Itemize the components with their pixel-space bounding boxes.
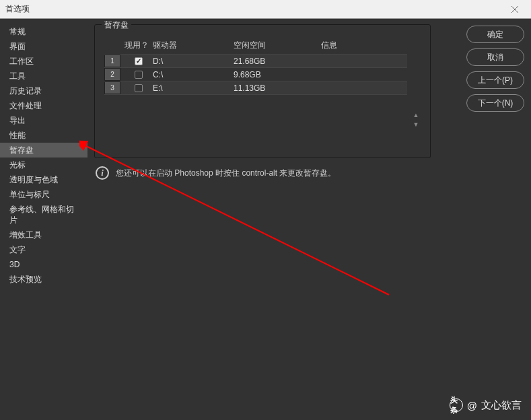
annotation-arrow [79, 140, 396, 302]
prev-button[interactable]: 上一个(P) [466, 71, 524, 89]
sidebar-item-8[interactable]: 暂存盘 [0, 143, 87, 158]
ok-button[interactable]: 确定 [466, 26, 524, 43]
sidebar-item-15[interactable]: 3D [0, 257, 87, 272]
watermark-at: @ [467, 400, 477, 411]
table-row[interactable]: 1D:\21.68GB [104, 54, 407, 67]
sidebar-item-11[interactable]: 单位与标尺 [0, 187, 87, 202]
close-icon [511, 6, 518, 13]
free-cell: 11.13GB [234, 83, 321, 93]
table-row[interactable]: 2C:\9.68GB [104, 67, 407, 81]
row-index: 1 [104, 55, 120, 67]
sidebar-item-4[interactable]: 历史记录 [0, 83, 87, 98]
drive-cell: E:\ [153, 83, 234, 93]
sidebar-item-16[interactable]: 技术预览 [0, 272, 87, 287]
dialog-buttons: 确定 取消 上一个(P) 下一个(N) [466, 26, 524, 112]
row-index: 3 [104, 81, 120, 94]
sidebar-item-12[interactable]: 参考线、网格和切片 [0, 202, 87, 228]
info-icon: i [96, 166, 109, 180]
sidebar-item-9[interactable]: 光标 [0, 158, 87, 172]
hint-row: i 您还可以在启动 Photoshop 时按住 control-alt 来更改暂… [94, 166, 524, 180]
active-checkbox[interactable] [135, 84, 143, 92]
active-checkbox[interactable] [135, 71, 143, 79]
header-drive: 驱动器 [153, 40, 234, 51]
sidebar-item-0[interactable]: 常规 [0, 24, 87, 39]
table-header: 现用？ 驱动器 空闲空间 信息 [104, 37, 407, 54]
titlebar: 首选项 [0, 0, 531, 19]
drive-cell: C:\ [153, 70, 234, 79]
header-active: 现用？ [120, 40, 153, 51]
drive-cell: D:\ [153, 57, 234, 66]
table-row[interactable]: 3E:\11.13GB [104, 81, 407, 94]
header-free: 空闲空间 [234, 40, 321, 51]
watermark: 头条 @ 文心欲言 [450, 398, 522, 412]
scratch-disk-panel: 暂存盘 现用？ 驱动器 空闲空间 信息 1D:\21.68GB2C:\9.68G… [94, 24, 431, 158]
sidebar-item-2[interactable]: 工作区 [0, 54, 87, 69]
active-checkbox[interactable] [135, 57, 143, 65]
move-down-button[interactable]: ▼ [411, 120, 421, 129]
sidebar-item-3[interactable]: 工具 [0, 69, 87, 83]
move-up-button[interactable]: ▲ [411, 111, 421, 119]
disk-table: 现用？ 驱动器 空闲空间 信息 1D:\21.68GB2C:\9.68GB3E:… [104, 37, 407, 148]
watermark-name: 文心欲言 [481, 399, 522, 412]
row-index: 2 [104, 68, 120, 81]
window-title: 首选项 [5, 3, 504, 15]
free-cell: 9.68GB [234, 70, 321, 79]
cancel-button[interactable]: 取消 [466, 48, 524, 66]
close-button[interactable] [504, 0, 526, 18]
sidebar-item-13[interactable]: 增效工具 [0, 228, 87, 242]
next-button[interactable]: 下一个(N) [466, 94, 524, 112]
watermark-logo: 头条 [450, 398, 463, 412]
sidebar-item-5[interactable]: 文件处理 [0, 98, 87, 113]
empty-rows [104, 94, 407, 148]
sidebar: 常规界面工作区工具历史记录文件处理导出性能暂存盘光标透明度与色域单位与标尺参考线… [0, 19, 87, 420]
header-info: 信息 [321, 40, 407, 51]
sidebar-item-14[interactable]: 文字 [0, 242, 87, 257]
content-area: 暂存盘 现用？ 驱动器 空闲空间 信息 1D:\21.68GB2C:\9.68G… [87, 19, 531, 420]
free-cell: 21.68GB [234, 57, 321, 66]
sidebar-item-10[interactable]: 透明度与色域 [0, 172, 87, 187]
sidebar-item-6[interactable]: 导出 [0, 113, 87, 128]
panel-title: 暂存盘 [102, 20, 131, 31]
sidebar-item-7[interactable]: 性能 [0, 128, 87, 143]
sidebar-item-1[interactable]: 界面 [0, 39, 87, 54]
hint-text: 您还可以在启动 Photoshop 时按住 control-alt 来更改暂存盘… [116, 168, 336, 179]
